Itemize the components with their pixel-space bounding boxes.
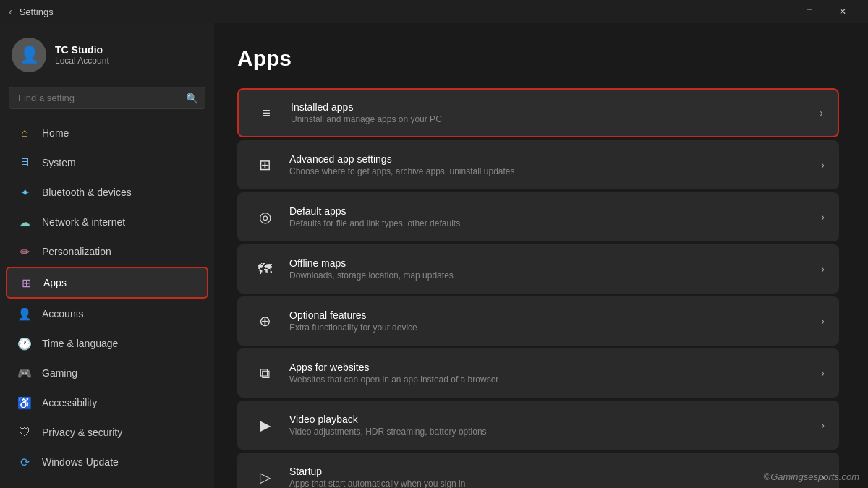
installed-apps-text: Installed apps Uninstall and manage apps… <box>291 101 811 124</box>
startup-icon: ▷ <box>252 464 278 488</box>
sidebar-item-system[interactable]: 🖥 System <box>6 148 208 177</box>
titlebar: ‹ Settings ─ □ ✕ <box>0 0 868 23</box>
sidebar-item-apps[interactable]: ⊞ Apps <box>6 267 208 299</box>
video-playback-desc: Video adjustments, HDR streaming, batter… <box>289 427 812 437</box>
sidebar-item-bluetooth[interactable]: ✦ Bluetooth & devices <box>6 178 208 207</box>
time-icon: 🕐 <box>17 336 32 351</box>
video-playback-text: Video playback Video adjustments, HDR st… <box>289 414 812 437</box>
video-playback-icon: ▶ <box>252 412 278 438</box>
default-apps-icon: ◎ <box>252 204 278 230</box>
installed-apps-chevron: › <box>820 107 823 119</box>
sidebar-item-home[interactable]: ⌂ Home <box>6 119 208 147</box>
startup-title: Startup <box>289 466 812 477</box>
nav-list: ⌂ Home 🖥 System ✦ Bluetooth & devices ☁ … <box>0 118 214 477</box>
sidebar-item-network[interactable]: ☁ Network & internet <box>6 207 208 236</box>
close-button[interactable]: ✕ <box>826 0 859 23</box>
page-title: Apps <box>237 46 839 71</box>
maximize-button[interactable]: □ <box>793 0 826 23</box>
titlebar-title: Settings <box>20 7 760 17</box>
network-icon: ☁ <box>17 215 32 229</box>
advanced-app-settings-chevron: › <box>821 159 825 171</box>
sidebar-item-privacy[interactable]: 🛡 Privacy & security <box>6 418 208 447</box>
installed-apps-desc: Uninstall and manage apps on your PC <box>291 114 811 124</box>
offline-maps-desc: Downloads, storage location, map updates <box>289 270 812 281</box>
user-name: TC Studio <box>55 44 109 56</box>
sidebar-item-personalization[interactable]: ✏ Personalization <box>6 237 208 266</box>
window-controls: ─ □ ✕ <box>760 0 859 23</box>
default-apps-desc: Defaults for file and link types, other … <box>289 218 812 228</box>
back-button[interactable]: ‹ <box>9 6 12 17</box>
sidebar-label-home: Home <box>42 127 69 139</box>
sidebar-item-accounts[interactable]: 👤 Accounts <box>6 299 208 328</box>
sidebar-label-privacy: Privacy & security <box>42 427 122 438</box>
sidebar-label-bluetooth: Bluetooth & devices <box>42 187 132 198</box>
apps-for-websites-icon: ⧉ <box>252 360 278 386</box>
accessibility-icon: ♿ <box>17 395 32 410</box>
avatar: 👤 <box>12 38 46 72</box>
sidebar-label-accounts: Accounts <box>42 308 84 320</box>
search-input[interactable] <box>9 87 205 109</box>
apps-for-websites-chevron: › <box>821 367 825 379</box>
offline-maps-text: Offline maps Downloads, storage location… <box>289 257 812 281</box>
sidebar-label-network: Network & internet <box>42 216 125 228</box>
content-area: Apps ≡ Installed apps Uninstall and mana… <box>214 23 868 488</box>
apps-for-websites-title: Apps for websites <box>289 361 812 373</box>
startup-desc: Apps that start automatically when you s… <box>289 479 812 488</box>
sidebar-item-gaming[interactable]: 🎮 Gaming <box>6 359 208 388</box>
advanced-app-settings-text: Advanced app settings Choose where to ge… <box>289 153 812 176</box>
sidebar-label-system: System <box>42 157 76 168</box>
settings-item-apps-for-websites[interactable]: ⧉ Apps for websites Websites that can op… <box>237 348 839 398</box>
apps-for-websites-desc: Websites that can open in an app instead… <box>289 374 812 385</box>
sidebar-item-update[interactable]: ⟳ Windows Update <box>6 448 208 476</box>
apps-for-websites-text: Apps for websites Websites that can open… <box>289 361 812 385</box>
sidebar-label-personalization: Personalization <box>42 246 111 257</box>
settings-item-optional-features[interactable]: ⊕ Optional features Extra functionality … <box>237 296 839 346</box>
app-body: 👤 TC Studio Local Account 🔍 ⌂ Home 🖥 Sys… <box>0 23 868 488</box>
sidebar-item-accessibility[interactable]: ♿ Accessibility <box>6 388 208 417</box>
user-type: Local Account <box>55 56 109 66</box>
default-apps-text: Default apps Defaults for file and link … <box>289 205 812 228</box>
startup-text: Startup Apps that start automatically wh… <box>289 466 812 488</box>
search-icon: 🔍 <box>186 93 198 104</box>
advanced-app-settings-desc: Choose where to get apps, archive apps, … <box>289 166 812 176</box>
optional-features-text: Optional features Extra functionality fo… <box>289 309 812 333</box>
optional-features-icon: ⊕ <box>252 308 278 334</box>
sidebar-label-time: Time & language <box>42 338 118 349</box>
optional-features-chevron: › <box>821 315 825 327</box>
default-apps-title: Default apps <box>289 205 812 217</box>
gaming-icon: 🎮 <box>17 366 32 380</box>
optional-features-desc: Extra functionality for your device <box>289 322 812 333</box>
accounts-icon: 👤 <box>17 307 32 321</box>
installed-apps-icon: ≡ <box>253 100 279 126</box>
advanced-app-settings-icon: ⊞ <box>252 152 278 178</box>
optional-features-title: Optional features <box>289 309 812 321</box>
video-playback-chevron: › <box>821 419 825 431</box>
settings-item-video-playback[interactable]: ▶ Video playback Video adjustments, HDR … <box>237 401 839 450</box>
update-icon: ⟳ <box>17 455 32 469</box>
video-playback-title: Video playback <box>289 414 812 425</box>
sidebar-label-gaming: Gaming <box>42 367 77 379</box>
minimize-button[interactable]: ─ <box>760 0 793 23</box>
sidebar: 👤 TC Studio Local Account 🔍 ⌂ Home 🖥 Sys… <box>0 23 214 488</box>
sidebar-label-apps: Apps <box>43 277 67 288</box>
sidebar-label-update: Windows Update <box>42 456 119 468</box>
settings-item-offline-maps[interactable]: 🗺 Offline maps Downloads, storage locati… <box>237 244 839 294</box>
bluetooth-icon: ✦ <box>17 185 32 200</box>
settings-item-advanced-app-settings[interactable]: ⊞ Advanced app settings Choose where to … <box>237 140 839 189</box>
installed-apps-title: Installed apps <box>291 101 811 113</box>
offline-maps-title: Offline maps <box>289 257 812 269</box>
settings-item-startup[interactable]: ▷ Startup Apps that start automatically … <box>237 453 839 488</box>
offline-maps-chevron: › <box>821 263 825 275</box>
settings-item-default-apps[interactable]: ◎ Default apps Defaults for file and lin… <box>237 192 839 241</box>
personalization-icon: ✏ <box>17 244 32 259</box>
settings-list: ≡ Installed apps Uninstall and manage ap… <box>237 88 839 488</box>
watermark: ©Gamingsesports.com <box>764 471 859 482</box>
sidebar-item-time[interactable]: 🕐 Time & language <box>6 329 208 358</box>
settings-item-installed-apps[interactable]: ≡ Installed apps Uninstall and manage ap… <box>237 88 839 137</box>
default-apps-chevron: › <box>821 211 825 223</box>
user-profile[interactable]: 👤 TC Studio Local Account <box>0 23 214 84</box>
advanced-app-settings-title: Advanced app settings <box>289 153 812 165</box>
sidebar-label-accessibility: Accessibility <box>42 397 97 408</box>
apps-icon: ⊞ <box>19 275 33 290</box>
privacy-icon: 🛡 <box>17 425 32 440</box>
